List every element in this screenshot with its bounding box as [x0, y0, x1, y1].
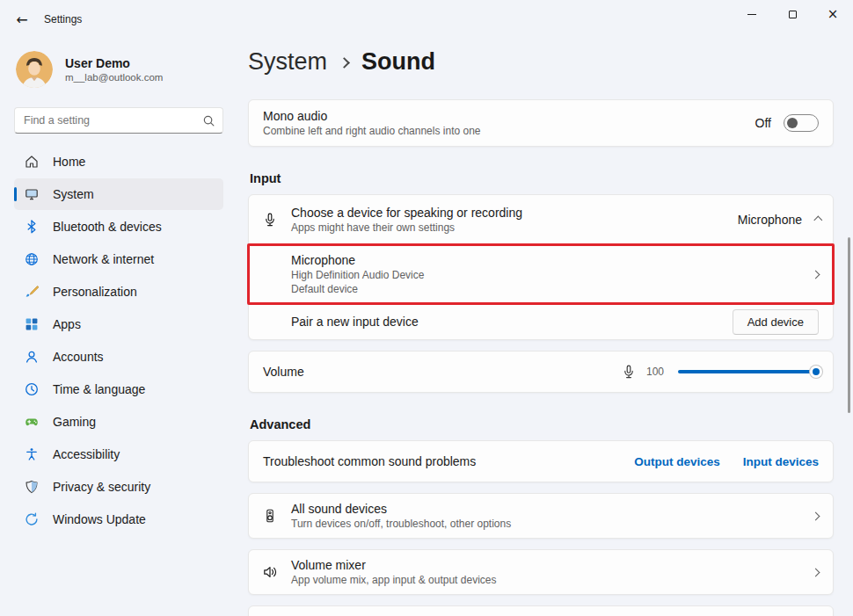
sidebar-item-label: Home	[53, 155, 85, 169]
sidebar-item-label: Time & language	[53, 382, 145, 396]
window-controls: ×	[732, 0, 853, 39]
maximize-icon	[789, 11, 797, 18]
partially-visible-card	[248, 605, 834, 616]
account-profile[interactable]: User Demo m__lab@outlook.com	[14, 47, 223, 91]
sidebar-item-accessibility[interactable]: Accessibility	[14, 438, 223, 470]
sidebar-item-personalization[interactable]: Personalization	[14, 276, 223, 308]
globe-icon	[25, 252, 39, 266]
accessibility-icon	[25, 447, 39, 461]
choose-device-subtitle: Apps might have their own settings	[291, 221, 738, 234]
search-box	[14, 107, 223, 134]
slider-knob[interactable]	[810, 366, 822, 378]
volume-slider[interactable]	[678, 363, 819, 380]
sidebar-item-accounts[interactable]: Accounts	[14, 341, 223, 373]
microphone-device-title: Microphone	[291, 253, 813, 267]
breadcrumb: System Sound	[248, 46, 834, 77]
minimize-button[interactable]	[732, 0, 772, 28]
back-arrow-icon: ←	[16, 11, 27, 28]
bluetooth-icon	[25, 220, 39, 234]
account-text: User Demo m__lab@outlook.com	[65, 56, 163, 83]
shield-icon	[25, 480, 39, 494]
person-icon	[25, 350, 39, 364]
sidebar-item-label: Accessibility	[53, 447, 120, 461]
sidebar-item-label: Personalization	[53, 285, 137, 299]
microphone-device-row[interactable]: Microphone High Definition Audio Device …	[249, 245, 833, 303]
window-title: Settings	[44, 13, 82, 25]
titlebar: ← Settings ×	[0, 0, 853, 39]
microphone-device-line1: High Definition Audio Device	[291, 269, 813, 281]
sound-device-icon	[263, 509, 277, 523]
chevron-right-icon	[812, 568, 820, 576]
home-icon	[25, 155, 39, 169]
close-icon: ×	[827, 8, 839, 21]
mic-volume-icon[interactable]	[622, 365, 636, 379]
sidebar-item-label: Privacy & security	[53, 480, 150, 494]
minimize-icon	[747, 14, 756, 15]
clock-icon	[25, 382, 39, 396]
mono-audio-toggle[interactable]	[784, 114, 819, 132]
sidebar-item-network-internet[interactable]: Network & internet	[14, 243, 223, 275]
avatar	[16, 51, 53, 88]
advanced-section-header: Advanced	[250, 417, 834, 431]
settings-window: ← Settings × User Demo m__lab@outlook.co…	[0, 0, 853, 616]
paintbrush-icon	[25, 285, 39, 299]
volume-mixer-subtitle: App volume mix, app input & output devic…	[291, 574, 813, 586]
update-icon	[25, 512, 39, 526]
selection-accent-bar	[14, 187, 17, 201]
scrollbar[interactable]	[848, 237, 850, 413]
toggle-knob	[787, 118, 798, 128]
choose-device-title: Choose a device for speaking or recordin…	[291, 206, 738, 220]
sidebar-item-windows-update[interactable]: Windows Update	[14, 504, 223, 535]
all-sound-devices-subtitle: Turn devices on/off, troubleshoot, other…	[291, 518, 813, 530]
all-sound-devices-text: All sound devices Turn devices on/off, t…	[291, 494, 813, 538]
toggle-state-label: Off	[755, 116, 771, 130]
input-section-header: Input	[250, 171, 834, 185]
mono-audio-subtitle: Combine left and right audio channels in…	[263, 125, 755, 137]
mono-audio-card[interactable]: Mono audio Combine left and right audio …	[248, 99, 834, 147]
input-devices-card: Choose a device for speaking or recordin…	[248, 194, 834, 340]
sidebar-item-gaming[interactable]: Gaming	[14, 406, 223, 438]
input-devices-link[interactable]: Input devices	[743, 455, 819, 468]
sidebar-item-bluetooth-devices[interactable]: Bluetooth & devices	[14, 211, 223, 243]
sidebar-item-label: Bluetooth & devices	[53, 220, 162, 234]
volume-mixer-text: Volume mixer App volume mix, app input &…	[291, 550, 813, 594]
volume-mixer-row[interactable]: Volume mixer App volume mix, app input &…	[248, 549, 834, 595]
search-icon	[202, 114, 215, 127]
all-sound-devices-row[interactable]: All sound devices Turn devices on/off, t…	[248, 493, 834, 539]
volume-value: 100	[646, 366, 664, 378]
chevron-up-icon	[813, 215, 822, 224]
sidebar-item-privacy-security[interactable]: Privacy & security	[14, 471, 223, 503]
sidebar-item-home[interactable]: Home	[14, 146, 223, 178]
sidebar-item-apps[interactable]: Apps	[14, 308, 223, 340]
output-devices-link[interactable]: Output devices	[634, 455, 720, 468]
user-email: m__lab@outlook.com	[65, 72, 163, 83]
troubleshoot-title: Troubleshoot common sound problems	[263, 454, 476, 468]
sidebar-item-label: System	[53, 187, 94, 201]
page-title: Sound	[361, 48, 435, 76]
user-name: User Demo	[65, 56, 163, 70]
volume-card: Volume 100	[248, 351, 834, 393]
sidebar-item-time-language[interactable]: Time & language	[14, 373, 223, 405]
add-device-button[interactable]: Add device	[733, 309, 819, 335]
search-input[interactable]	[15, 108, 222, 133]
choose-device-text: Choose a device for speaking or recordin…	[291, 198, 738, 242]
pair-device-title: Pair a new input device	[291, 315, 733, 329]
volume-mixer-title: Volume mixer	[291, 558, 813, 572]
maximize-button[interactable]	[772, 0, 813, 28]
breadcrumb-system[interactable]: System	[248, 48, 327, 76]
back-button[interactable]: ←	[7, 6, 37, 33]
close-button[interactable]: ×	[813, 0, 853, 28]
choose-input-device-row[interactable]: Choose a device for speaking or recordin…	[249, 195, 833, 244]
microphone-device-text: Microphone High Definition Audio Device …	[291, 245, 813, 303]
chevron-right-icon	[812, 270, 820, 279]
sidebar-nav: Home System Bluetooth & devices Network …	[14, 146, 223, 535]
mono-audio-title: Mono audio	[263, 109, 755, 123]
sidebar-item-label: Accounts	[53, 350, 104, 364]
slider-track	[678, 370, 819, 373]
sidebar-item-system[interactable]: System	[14, 178, 223, 210]
pair-device-text: Pair a new input device	[291, 307, 733, 337]
sidebar: User Demo m__lab@outlook.com Home System	[0, 39, 237, 616]
volume-label: Volume	[263, 365, 304, 379]
gamepad-icon	[25, 415, 39, 429]
volume-mixer-icon	[263, 565, 277, 579]
